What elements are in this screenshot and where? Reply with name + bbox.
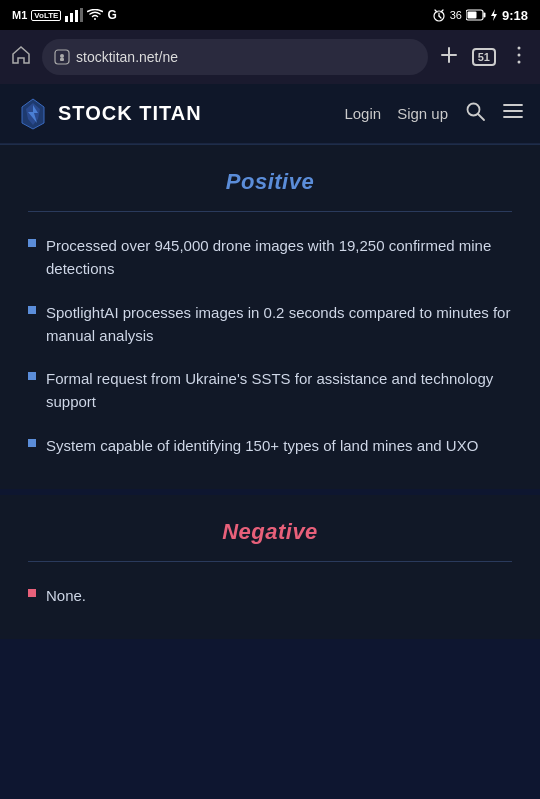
svg-line-6 [439, 16, 441, 18]
list-item: System capable of identifying 150+ types… [28, 434, 512, 457]
svg-point-14 [60, 54, 64, 58]
signal-icon [65, 8, 83, 22]
negative-section: Negative None. [0, 489, 540, 639]
list-item: SpotlightAI processes images in 0.2 seco… [28, 301, 512, 348]
new-tab-button[interactable] [438, 44, 460, 71]
svg-point-20 [518, 60, 521, 63]
nav-links: Login Sign up [344, 100, 524, 127]
positive-section: Positive Processed over 945,000 drone im… [0, 144, 540, 489]
nav-bar: STOCK TITAN Login Sign up [0, 84, 540, 144]
list-item: Formal request from Ukraine's SSTS for a… [28, 367, 512, 414]
negative-title: Negative [28, 519, 512, 545]
carrier-label: M1 [12, 9, 27, 21]
bullet-icon [28, 439, 36, 447]
bullet-text: System capable of identifying 150+ types… [46, 434, 478, 457]
time-display: 9:18 [502, 8, 528, 23]
menu-button[interactable] [502, 100, 524, 127]
svg-line-24 [478, 114, 484, 120]
bullet-icon [28, 239, 36, 247]
g-label: G [107, 8, 116, 22]
svg-rect-11 [467, 12, 476, 19]
tab-count-badge[interactable]: 51 [472, 48, 496, 66]
battery-level: 36 [450, 9, 462, 21]
status-right: 36 9:18 [432, 8, 528, 23]
battery-icon [466, 9, 486, 21]
bullet-icon [28, 372, 36, 380]
bullet-text: None. [46, 584, 86, 607]
url-bar[interactable]: stocktitan.net/ne [42, 39, 428, 75]
nav-title: STOCK TITAN [58, 102, 202, 125]
site-icon [54, 49, 70, 65]
svg-point-19 [518, 53, 521, 56]
svg-rect-1 [70, 13, 73, 22]
negative-bullet-list: None. [28, 584, 512, 607]
browser-actions: 51 [438, 44, 530, 71]
positive-divider [28, 211, 512, 212]
search-button[interactable] [464, 100, 486, 127]
main-content: Positive Processed over 945,000 drone im… [0, 144, 540, 639]
list-item: Processed over 945,000 drone images with… [28, 234, 512, 281]
volte-badge: VoLTE [31, 10, 61, 21]
status-left: M1 VoLTE G [12, 8, 117, 22]
browser-bar: stocktitan.net/ne 51 [0, 30, 540, 84]
wifi-icon [87, 9, 103, 21]
svg-line-8 [441, 10, 443, 12]
signup-link[interactable]: Sign up [397, 105, 448, 122]
logo-icon [16, 97, 50, 131]
negative-divider [28, 561, 512, 562]
bullet-icon [28, 589, 36, 597]
url-text: stocktitan.net/ne [76, 49, 416, 65]
list-item: None. [28, 584, 512, 607]
more-options-button[interactable] [508, 44, 530, 71]
alarm-icon [432, 8, 446, 22]
positive-title: Positive [28, 169, 512, 195]
bullet-text: Formal request from Ukraine's SSTS for a… [46, 367, 512, 414]
svg-rect-0 [65, 16, 68, 22]
bullet-text: Processed over 945,000 drone images with… [46, 234, 512, 281]
nav-logo: STOCK TITAN [16, 97, 344, 131]
svg-line-7 [435, 10, 437, 12]
bullet-text: SpotlightAI processes images in 0.2 seco… [46, 301, 512, 348]
svg-rect-2 [75, 10, 78, 22]
svg-rect-10 [483, 13, 485, 18]
svg-rect-3 [80, 8, 83, 22]
svg-rect-15 [60, 58, 64, 61]
login-link[interactable]: Login [344, 105, 381, 122]
charging-icon [490, 9, 498, 21]
bullet-icon [28, 306, 36, 314]
status-bar: M1 VoLTE G 36 [0, 0, 540, 30]
svg-point-18 [518, 46, 521, 49]
svg-marker-12 [491, 9, 497, 21]
home-button[interactable] [10, 44, 32, 71]
positive-bullet-list: Processed over 945,000 drone images with… [28, 234, 512, 457]
